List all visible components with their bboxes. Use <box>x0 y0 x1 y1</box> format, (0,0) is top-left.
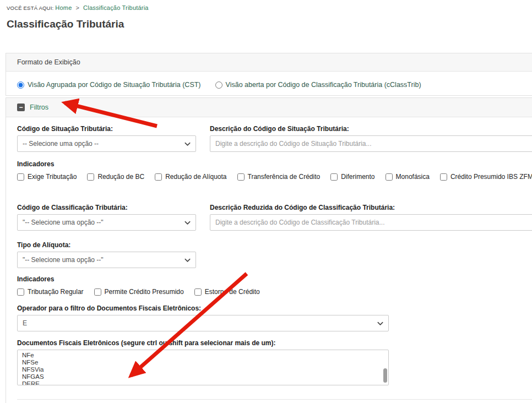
chevron-down-icon <box>184 140 191 148</box>
indicators-cst-checkboxes: Exige Tributação Redução de BC Redução d… <box>17 173 532 181</box>
cclasstrib-code-label: Código de Classificação Tributária: <box>17 204 196 211</box>
field-dfe-operator: Operador para o filtro do Documentos Fis… <box>17 304 532 331</box>
breadcrumb-link-home[interactable]: Home <box>55 4 72 11</box>
indicator-checkbox[interactable]: Tributação Regular <box>17 288 84 296</box>
indicator-checkbox[interactable]: Monofásica <box>386 173 430 181</box>
checkbox-input[interactable] <box>155 173 162 181</box>
cclasstrib-description-input[interactable] <box>210 214 532 231</box>
page: VOCÊ ESTÁ AQUI: Home > Classificação Tri… <box>0 0 532 403</box>
display-format-radio[interactable]: Visão Agrupada por Código de Situação Tr… <box>17 81 201 89</box>
indicator-checkbox[interactable]: Transferência de Crédito <box>237 173 321 181</box>
field-aliquota-type: Tipo de Alíquota: "-- Selecione uma opçã… <box>17 238 196 268</box>
dfe-option[interactable]: NFSVia <box>18 366 388 373</box>
chevron-down-icon <box>377 320 384 327</box>
aliquota-type-label: Tipo de Alíquota: <box>17 241 196 249</box>
field-cclasstrib-description: Descrição Reduzida do Código de Classifi… <box>210 200 532 231</box>
checkbox-input[interactable] <box>386 173 393 181</box>
checkbox-input[interactable] <box>87 173 94 181</box>
filters-header: − Filtros <box>6 98 532 117</box>
checkbox-label: Monofásica <box>396 173 430 181</box>
radio-label: Visão aberta por Código de Classificação… <box>226 81 421 89</box>
indicator-checkbox[interactable]: Permite Crédito Presumido <box>94 288 184 296</box>
breadcrumb-prefix: VOCÊ ESTÁ AQUI: <box>7 5 53 11</box>
indicator-checkbox[interactable]: Redução de BC <box>87 173 144 181</box>
dfe-multiselect[interactable]: NFeNFSeNFSViaNFGASDERE <box>17 350 389 385</box>
footer-bar: Limpar CSVExcelJSON Exibindo 138 de 138 … <box>17 400 532 403</box>
checkbox-label: Exige Tributação <box>28 173 77 181</box>
dfe-option[interactable]: NFGAS <box>18 373 388 380</box>
checkbox-label: Redução de BC <box>97 173 144 181</box>
field-cst-description: Descrição do Código de Situação Tributár… <box>210 122 532 152</box>
dfe-option[interactable]: NFSe <box>18 359 388 366</box>
checkbox-label: Estorno de Crédito <box>205 288 260 296</box>
select-value: E <box>23 319 27 327</box>
cclasstrib-description-label: Descrição Reduzida do Código de Classifi… <box>210 204 532 211</box>
aliquota-type-select[interactable]: "-- Selecione uma opção --" <box>17 252 196 268</box>
indicator-checkbox[interactable]: Exige Tributação <box>17 173 77 181</box>
indicator-checkbox[interactable]: Diferimento <box>330 173 374 181</box>
field-dfe-list: Documentos Fiscais Eletrônicos (segure c… <box>17 339 532 385</box>
display-format-options: Visão Agrupada por Código de Situação Tr… <box>17 76 532 95</box>
checkbox-input[interactable] <box>330 173 338 181</box>
collapse-minus-icon[interactable]: − <box>17 104 25 111</box>
cst-description-input[interactable] <box>210 135 532 152</box>
breadcrumb-separator: > <box>75 4 79 11</box>
filters-body: Código de Situação Tributária: -- Seleci… <box>6 117 532 403</box>
page-title: Classificação Tributária <box>7 18 532 30</box>
checkbox-label: Crédito Presumido IBS ZFM <box>450 173 532 181</box>
breadcrumb-link-current[interactable]: Classificação Tributária <box>83 4 149 11</box>
checkbox-input[interactable] <box>17 173 24 181</box>
dfe-list-label: Documentos Fiscais Eletrônicos (segure c… <box>17 339 532 347</box>
checkbox-label: Transferência de Crédito <box>248 173 321 181</box>
indicators-cst-title: Indicadores <box>17 160 532 168</box>
indicator-checkbox[interactable]: Estorno de Crédito <box>194 288 260 296</box>
select-value: "-- Selecione uma opção --" <box>23 219 104 226</box>
chevron-down-icon <box>184 219 191 226</box>
indicators-cclasstrib-checkboxes: Tributação Regular Permite Crédito Presu… <box>17 288 532 296</box>
filters-panel: − Filtros Código de Situação Tributária:… <box>6 97 532 403</box>
indicators-cclasstrib-title: Indicadores <box>17 275 532 283</box>
checkbox-label: Permite Crédito Presumido <box>105 288 184 296</box>
dfe-option[interactable]: DERE <box>18 380 388 385</box>
checkbox-input[interactable] <box>440 173 447 181</box>
cclasstrib-code-select[interactable]: "-- Selecione uma opção --" <box>17 214 196 231</box>
checkbox-input[interactable] <box>94 288 101 296</box>
dfe-operator-label: Operador para o filtro do Documentos Fis… <box>17 304 532 312</box>
display-format-title: Formato de Exibição <box>6 53 532 72</box>
select-value: "-- Selecione uma opção --" <box>23 256 104 264</box>
filters-toggle-link[interactable]: Filtros <box>30 104 48 111</box>
field-cclasstrib-code: Código de Classificação Tributária: "-- … <box>17 200 196 231</box>
checkbox-label: Redução de Alíquota <box>165 173 226 181</box>
indicator-checkbox[interactable]: Redução de Alíquota <box>155 173 226 181</box>
select-value: -- Selecione uma opção -- <box>23 140 99 148</box>
dfe-operator-select[interactable]: E <box>17 315 389 331</box>
cst-code-label: Código de Situação Tributária: <box>17 125 196 133</box>
display-format-radio[interactable]: Visão aberta por Código de Classificação… <box>215 81 421 89</box>
display-format-panel: Formato de Exibição Visão Agrupada por C… <box>6 53 532 96</box>
chevron-down-icon <box>184 257 191 264</box>
field-cst-code: Código de Situação Tributária: -- Seleci… <box>17 122 196 152</box>
cst-code-select[interactable]: -- Selecione uma opção -- <box>17 135 196 152</box>
cst-description-label: Descrição do Código de Situação Tributár… <box>210 125 532 133</box>
checkbox-label: Diferimento <box>341 173 374 181</box>
checkbox-input[interactable] <box>237 173 245 181</box>
checkbox-input[interactable] <box>194 288 202 296</box>
radio-input[interactable] <box>17 81 24 89</box>
radio-input[interactable] <box>215 81 222 89</box>
radio-label: Visão Agrupada por Código de Situação Tr… <box>28 81 201 89</box>
listbox-scrollbar-thumb[interactable] <box>383 368 387 383</box>
checkbox-label: Tributação Regular <box>28 288 84 296</box>
breadcrumb: VOCÊ ESTÁ AQUI: Home > Classificação Tri… <box>7 4 532 11</box>
dfe-option[interactable]: NFe <box>18 352 388 359</box>
indicator-checkbox[interactable]: Crédito Presumido IBS ZFM <box>440 173 532 181</box>
checkbox-input[interactable] <box>17 288 24 296</box>
dfe-options: NFeNFSeNFSViaNFGASDERE <box>18 352 388 385</box>
